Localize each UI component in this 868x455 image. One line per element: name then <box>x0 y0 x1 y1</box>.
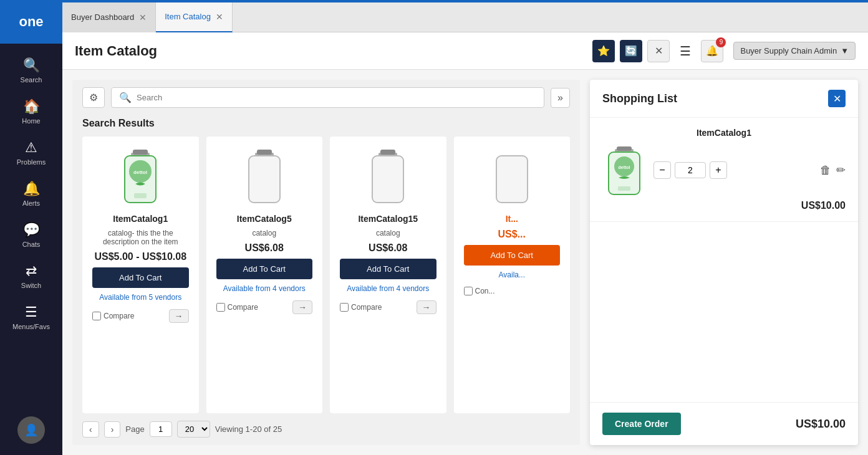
avatar[interactable]: 👤 <box>17 416 45 444</box>
tab-item-catalog[interactable]: Item Catalog ✕ <box>156 2 233 32</box>
add-to-cart-button-2[interactable]: Add To Cart <box>216 259 313 279</box>
compare-row-4: Con... <box>464 287 561 295</box>
search-input[interactable] <box>137 93 536 102</box>
item-card: ItemCatalog5 catalog US$6.08 Add To Cart… <box>206 136 323 413</box>
sidebar-item-label: Problems <box>17 158 46 166</box>
tab-buyer-dashboard[interactable]: Buyer Dashboard ✕ <box>62 2 156 32</box>
page-input[interactable] <box>150 421 172 437</box>
item-name-3: ItemCatalog15 <box>358 214 418 224</box>
quantity-decrease-button[interactable]: − <box>653 161 671 179</box>
compare-check-4[interactable]: Con... <box>464 287 495 295</box>
compare-checkbox-2[interactable] <box>216 303 225 312</box>
sidebar-item-home[interactable]: 🏠 Home <box>0 91 62 132</box>
page-title: Item Catalog <box>75 43 592 59</box>
header-actions: ⭐ 🔄 ✕ ☰ 🔔 9 Buyer Supply Chain Admin ▼ <box>592 40 856 62</box>
sidebar-item-switch[interactable]: ⇄ Switch <box>0 256 62 297</box>
star-button[interactable]: ⭐ <box>592 40 615 62</box>
compare-label-1: Compare <box>104 312 134 320</box>
refresh-button[interactable]: 🔄 <box>620 40 642 62</box>
shopping-list-title: Shopping List <box>602 92 677 105</box>
close-button[interactable]: ✕ <box>647 40 670 62</box>
compare-check-1[interactable]: Compare <box>92 312 134 320</box>
item-card: ItemCatalog15 catalog US$6.08 Add To Car… <box>330 136 446 413</box>
compare-check-2[interactable]: Compare <box>216 303 258 312</box>
compare-label-4: Con... <box>475 287 495 295</box>
shopping-list-close-button[interactable]: ✕ <box>828 90 846 107</box>
item-name-2: ItemCatalog5 <box>237 214 292 224</box>
item-price-2: US$6.08 <box>245 242 284 254</box>
sidebar-item-search[interactable]: 🔍 Search <box>0 50 62 91</box>
compare-checkbox-3[interactable] <box>340 303 349 312</box>
tab-label: Buyer Dashboard <box>71 12 134 22</box>
sidebar-item-alerts[interactable]: 🔔 Alerts <box>0 173 62 214</box>
item-desc-3: catalog <box>376 229 400 237</box>
logo-text: one <box>19 14 43 30</box>
sidebar-item-chats[interactable]: 💬 Chats <box>0 214 62 256</box>
shopping-list-footer: Create Order US$10.00 <box>590 402 858 445</box>
problems-icon: ⚠ <box>25 140 37 156</box>
vendors-link-4[interactable]: Availa... <box>499 271 525 279</box>
catalog-panel: ⚙ 🔍 » Search Results <box>72 80 580 445</box>
compare-checkbox-1[interactable] <box>92 312 101 320</box>
svg-text:dettol: dettol <box>618 165 630 170</box>
edit-item-button[interactable]: ✏ <box>836 163 846 177</box>
vendors-link-1[interactable]: Available from 5 vendors <box>99 293 181 302</box>
filter-button[interactable]: ⚙ <box>82 87 105 108</box>
sidebar-item-label: Alerts <box>22 199 40 207</box>
item-price-4: US$... <box>498 229 526 240</box>
sidebar-item-label: Chats <box>22 241 41 248</box>
sl-action-buttons: 🗑 ✏ <box>820 163 846 177</box>
quantity-controls: − + <box>653 161 813 179</box>
expand-button[interactable]: » <box>551 88 570 108</box>
add-to-cart-button-1[interactable]: Add To Cart <box>92 267 189 288</box>
delete-item-button[interactable]: 🗑 <box>820 163 831 177</box>
sidebar-item-label: Switch <box>21 282 41 289</box>
page-size-dropdown[interactable]: 20 50 <box>177 421 210 438</box>
home-icon: 🏠 <box>23 98 40 115</box>
quantity-increase-button[interactable]: + <box>710 161 727 179</box>
catalog-toolbar: ⚙ 🔍 » <box>72 80 580 115</box>
menu-button[interactable]: ☰ <box>675 41 696 61</box>
switch-icon: ⇄ <box>26 263 37 279</box>
svg-rect-6 <box>134 193 147 198</box>
role-label: Buyer Supply Chain Admin <box>740 46 837 55</box>
compare-row-3: Compare → <box>340 300 436 314</box>
add-to-cart-button-4[interactable]: Add To Cart <box>464 245 561 266</box>
svg-rect-12 <box>380 150 395 155</box>
prev-page-button[interactable]: ‹ <box>82 421 99 438</box>
compare-label-2: Compare <box>228 303 258 312</box>
item-desc-1: catalog- this the the description on the… <box>92 229 189 246</box>
sidebar-item-label: Search <box>21 76 42 84</box>
tab-bar: Buyer Dashboard ✕ Item Catalog ✕ <box>62 2 868 32</box>
add-to-cart-button-3[interactable]: Add To Cart <box>340 259 436 279</box>
sidebar-item-problems[interactable]: ⚠ Problems <box>0 132 62 173</box>
sl-item-name: ItemCatalog1 <box>602 128 846 138</box>
tab-close-buyer-dashboard[interactable]: ✕ <box>139 13 147 22</box>
shopping-list-header: Shopping List ✕ <box>590 80 858 118</box>
quantity-input[interactable] <box>675 162 706 178</box>
compare-arrow-2[interactable]: → <box>292 300 312 314</box>
app-logo: one <box>0 0 62 44</box>
role-dropdown[interactable]: Buyer Supply Chain Admin ▼ <box>733 42 856 60</box>
compare-arrow-3[interactable]: → <box>417 300 436 314</box>
compare-arrow-1[interactable]: → <box>169 309 189 323</box>
vendors-link-3[interactable]: Available from 4 vendors <box>347 284 429 293</box>
items-grid: dettol ItemCatalog1 catalog- this the th… <box>72 136 580 413</box>
create-order-button[interactable]: Create Order <box>602 413 681 435</box>
tab-close-item-catalog[interactable]: ✕ <box>216 12 223 21</box>
compare-label-3: Compare <box>351 303 382 312</box>
search-results-label: Search Results <box>72 115 580 136</box>
sidebar-item-menus[interactable]: ☰ Menus/Favs <box>0 297 62 338</box>
sl-item-price: US$10.00 <box>602 200 846 211</box>
svg-rect-1 <box>133 150 148 155</box>
vendors-link-2[interactable]: Available from 4 vendors <box>223 284 306 293</box>
compare-check-3[interactable]: Compare <box>340 303 382 312</box>
compare-checkbox-4[interactable] <box>464 287 473 295</box>
next-page-button[interactable]: › <box>104 421 121 438</box>
item-desc-2: catalog <box>252 229 276 237</box>
svg-text:dettol: dettol <box>133 170 147 175</box>
item-image-4 <box>484 146 540 209</box>
pagination: ‹ › Page 20 50 Viewing 1-20 of 25 <box>72 413 580 445</box>
shopping-list-total: US$10.00 <box>796 418 846 431</box>
alerts-icon: 🔔 <box>23 181 40 197</box>
